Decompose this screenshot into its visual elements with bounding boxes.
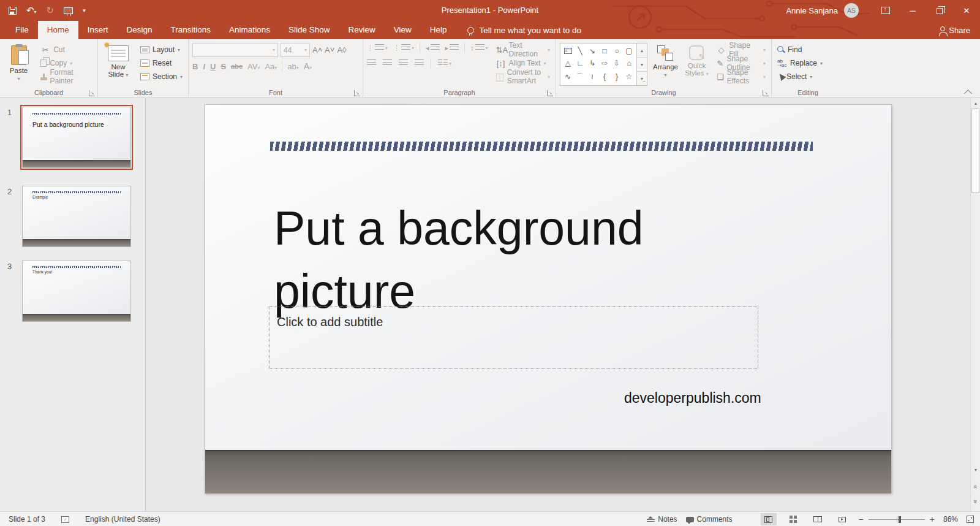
thumbnail-slide-2[interactable]: 2 Example bbox=[22, 186, 131, 247]
align-left-icon[interactable] bbox=[367, 58, 376, 68]
clipboard-dialog-launcher[interactable]: ↘ bbox=[89, 90, 95, 96]
tab-animations[interactable]: Animations bbox=[220, 21, 279, 39]
bullets-icon[interactable]: ⋮▾ bbox=[367, 43, 388, 53]
highlight-color-button[interactable]: ab▾ bbox=[287, 62, 298, 71]
format-painter-button[interactable]: Format Painter bbox=[39, 70, 94, 83]
tab-home[interactable]: Home bbox=[38, 21, 78, 39]
underline-button[interactable]: U bbox=[210, 62, 216, 71]
slideshow-view-button[interactable] bbox=[834, 513, 850, 525]
new-slide-button[interactable]: NewSlide ▾ bbox=[102, 43, 135, 87]
shape-triangle-icon[interactable]: △ bbox=[565, 59, 570, 67]
tab-review[interactable]: Review bbox=[339, 21, 384, 39]
collapse-ribbon-icon[interactable] bbox=[964, 89, 973, 95]
font-name-combobox[interactable]: ▾ bbox=[192, 43, 278, 57]
comments-toggle[interactable]: Comments bbox=[686, 515, 733, 524]
ribbon-display-options-button[interactable] bbox=[872, 0, 899, 21]
slide-footer-text[interactable]: developerpublish.com bbox=[624, 390, 761, 406]
zoom-out-icon[interactable]: − bbox=[859, 514, 864, 524]
next-slide-button[interactable]: » bbox=[971, 497, 980, 506]
layout-button[interactable]: Layout▾ bbox=[138, 43, 184, 56]
change-case-button[interactable]: Aa▾ bbox=[265, 62, 277, 71]
shape-rectangle-icon[interactable]: □ bbox=[602, 47, 606, 55]
scroll-up-icon[interactable]: ▲ bbox=[971, 98, 980, 108]
paragraph-dialog-launcher[interactable]: ↘ bbox=[547, 90, 553, 96]
tab-slide-show[interactable]: Slide Show bbox=[279, 21, 339, 39]
scroll-down-icon[interactable]: ▼ bbox=[971, 465, 980, 475]
tell-me-box[interactable]: Tell me what you want to do bbox=[467, 21, 582, 39]
text-direction-button[interactable]: ⇅AText Direction▾ bbox=[494, 43, 552, 56]
shape-rounded-rectangle-icon[interactable]: ▢ bbox=[625, 47, 632, 55]
shape-textbox-icon[interactable]: A bbox=[564, 48, 572, 54]
previous-slide-button[interactable]: « bbox=[971, 482, 980, 492]
shape-gallery[interactable]: A ╲ ↘ □ ○ ▢ △ ∟ ↳ ⇨ ⇩ ⌂ ∿ ⌒ ≀ { } bbox=[560, 43, 637, 86]
shape-freeform-icon[interactable]: ⌂ bbox=[627, 59, 631, 67]
dash-stripe-graphic[interactable] bbox=[270, 142, 813, 151]
slide-indicator[interactable]: Slide 1 of 3 bbox=[9, 515, 45, 524]
drawing-dialog-launcher[interactable]: ↘ bbox=[763, 90, 769, 96]
vertical-scrollbar[interactable]: ▲ ▼ « » bbox=[970, 98, 980, 511]
reset-button[interactable]: Reset bbox=[138, 56, 184, 70]
clear-formatting-icon[interactable]: A◊ bbox=[337, 45, 347, 55]
strike-abc-button[interactable]: abc bbox=[231, 63, 243, 70]
replace-button[interactable]: ab⇢acReplace▾ bbox=[775, 56, 840, 70]
language-indicator[interactable]: English (United States) bbox=[85, 515, 160, 524]
shape-oval-icon[interactable]: ○ bbox=[614, 47, 619, 55]
restore-button[interactable] bbox=[926, 0, 953, 21]
align-right-icon[interactable] bbox=[399, 58, 408, 68]
notes-toggle[interactable]: Notes bbox=[647, 515, 677, 524]
decrease-indent-icon[interactable]: ◂ bbox=[426, 43, 440, 53]
zoom-slider[interactable]: − + bbox=[859, 514, 935, 524]
shape-scribble-icon[interactable]: ∿ bbox=[565, 72, 571, 81]
thumbnail-slide-1[interactable]: 1 Put a background picture bbox=[22, 107, 131, 168]
decrease-font-size-icon[interactable]: A˅ bbox=[325, 45, 334, 55]
slide-sorter-view-button[interactable] bbox=[785, 513, 801, 525]
share-button[interactable]: Share bbox=[940, 21, 970, 39]
line-spacing-icon[interactable]: ↕▾ bbox=[470, 43, 488, 53]
select-button[interactable]: Select▾ bbox=[775, 70, 840, 83]
shape-gallery-up-icon[interactable]: ▲ bbox=[637, 44, 647, 58]
cut-button[interactable]: ✂Cut bbox=[39, 43, 94, 56]
shape-arc-icon[interactable]: ⌒ bbox=[576, 72, 584, 82]
tab-view[interactable]: View bbox=[385, 21, 421, 39]
character-spacing-button[interactable]: AV▾ bbox=[247, 62, 260, 71]
slide-editing-surface[interactable]: Put a background picture Click to add su… bbox=[205, 104, 892, 494]
shape-down-arrow-icon[interactable]: ⇩ bbox=[614, 59, 620, 67]
convert-smartart-button[interactable]: ⿰Convert to SmartArt▾ bbox=[494, 70, 552, 83]
user-avatar[interactable]: AS bbox=[844, 3, 859, 18]
increase-indent-icon[interactable]: ▸ bbox=[445, 43, 459, 53]
shape-elbow-connector-icon[interactable]: ∟ bbox=[576, 59, 584, 67]
arrange-button[interactable]: Arrange ▾ bbox=[652, 43, 679, 87]
close-button[interactable]: ✕ bbox=[953, 0, 980, 21]
bold-button[interactable]: B bbox=[192, 62, 198, 71]
normal-view-button[interactable] bbox=[761, 513, 777, 525]
shape-right-brace-icon[interactable]: } bbox=[616, 72, 618, 81]
numbering-icon[interactable]: ⋮▾ bbox=[393, 43, 414, 53]
font-color-button[interactable]: A▾ bbox=[304, 61, 312, 71]
shape-left-brace-icon[interactable]: { bbox=[603, 72, 606, 81]
shape-right-arrow-icon[interactable]: ⇨ bbox=[601, 59, 608, 67]
shape-gallery-down-icon[interactable]: ▼ bbox=[637, 58, 647, 72]
slide-texture-image[interactable] bbox=[205, 450, 891, 494]
minimize-button[interactable]: ─ bbox=[899, 0, 926, 21]
shape-star-icon[interactable]: ☆ bbox=[626, 72, 633, 81]
tab-help[interactable]: Help bbox=[421, 21, 456, 39]
paste-button[interactable]: Paste ▾ bbox=[4, 43, 34, 87]
strikethrough-button[interactable]: S bbox=[221, 62, 226, 71]
fit-slide-to-window-icon[interactable] bbox=[967, 516, 974, 523]
zoom-in-icon[interactable]: + bbox=[930, 514, 935, 524]
thumbnail-slide-3[interactable]: 3 Thank you! bbox=[22, 261, 131, 322]
reading-view-button[interactable] bbox=[810, 513, 826, 525]
justify-icon[interactable] bbox=[415, 58, 424, 68]
zoom-slider-thumb[interactable] bbox=[899, 516, 901, 523]
shape-gallery-more-icon[interactable]: ▼̲ bbox=[637, 72, 647, 85]
shape-curve-icon[interactable]: ≀ bbox=[591, 72, 594, 81]
tab-design[interactable]: Design bbox=[118, 21, 162, 39]
zoom-slider-track[interactable] bbox=[869, 519, 925, 520]
increase-font-size-icon[interactable]: A˄ bbox=[312, 45, 322, 55]
user-name[interactable]: Annie Sanjana bbox=[786, 6, 838, 15]
find-button[interactable]: Find bbox=[775, 43, 840, 56]
italic-button[interactable]: I bbox=[203, 62, 205, 71]
font-size-combobox[interactable]: 44▾ bbox=[281, 43, 310, 57]
shape-line-icon[interactable]: ╲ bbox=[578, 47, 582, 55]
tab-file[interactable]: File bbox=[6, 21, 38, 39]
